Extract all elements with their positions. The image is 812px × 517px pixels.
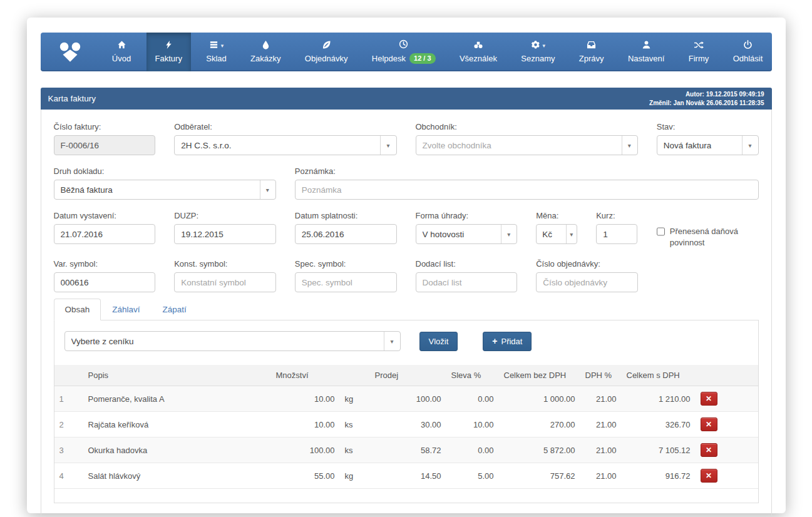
chevron-down-icon: ▾ (566, 225, 573, 243)
nav-label: Všeználek (460, 54, 497, 63)
field-label: Var. symbol: (54, 259, 156, 269)
delivery-note-input[interactable] (416, 272, 518, 292)
field-var-symbol: Var. symbol: (54, 259, 156, 292)
delete-row-button[interactable]: ✕ (701, 443, 717, 457)
field-label: DUZP: (174, 211, 276, 220)
power-icon (743, 40, 753, 51)
nav-label: Faktury (155, 54, 182, 63)
status-select[interactable]: Nová faktura ▾ (657, 135, 759, 155)
chevron-down-icon: ▾ (501, 225, 510, 243)
nav-label: Odhlásit (733, 54, 763, 63)
field-stav: Stav: Nová faktura ▾ (657, 122, 759, 155)
order-number-input[interactable] (536, 272, 638, 292)
exchange-rate-input[interactable] (596, 224, 637, 244)
field-label: Druh dokladu: (54, 166, 276, 176)
nav-item-zpravy[interactable]: Zprávy (570, 33, 613, 71)
delete-row-button[interactable]: ✕ (701, 392, 717, 406)
insert-button[interactable]: Vložit (419, 332, 458, 351)
shuffle-icon (694, 41, 704, 51)
nav-label: Nastavení (628, 54, 665, 63)
clock-icon (399, 39, 408, 51)
table-row: 3 Okurka hadovka 100.00 ks 58.72 0.00 5 … (54, 438, 758, 463)
col-mnozstvi: Množství (271, 365, 340, 386)
invoice-panel: Karta faktury Autor: 19.12.2015 09:49:19… (41, 88, 772, 517)
due-date-input[interactable] (295, 224, 397, 244)
reverse-charge-checkbox[interactable] (657, 227, 665, 236)
field-poznamka: Poznámka: (295, 166, 759, 200)
field-dodaci-list: Dodací list: (416, 259, 518, 292)
chevron-down-icon: ▾ (742, 136, 751, 155)
app-logo[interactable] (41, 33, 97, 71)
tab-panel-obsah: Vyberte z ceníku ▾ Vložit + Přidat (54, 320, 759, 503)
col-dph: DPH % (580, 365, 622, 386)
issue-date-input[interactable] (54, 224, 156, 244)
col-prodej: Prodej (370, 365, 446, 386)
binoculars-icon (473, 40, 483, 51)
add-button[interactable]: + Přidat (483, 332, 532, 351)
delete-row-button[interactable]: ✕ (701, 417, 717, 431)
nav-item-firmy[interactable]: Firmy (680, 33, 718, 71)
chevron-down-icon: ▾ (543, 43, 546, 49)
checkbox-label: Přenesená daňová povinnost (670, 226, 759, 248)
field-label: Stav: (657, 122, 759, 131)
nav-item-objednavky[interactable]: Objednávky (296, 33, 357, 71)
constant-symbol-input[interactable] (174, 272, 276, 292)
nav-item-seznamy[interactable]: ▾ Seznamy (512, 33, 563, 71)
nav-item-vseznalek[interactable]: Všeználek (451, 33, 506, 71)
variable-symbol-input[interactable] (54, 272, 156, 292)
field-label: Poznámka: (295, 166, 759, 176)
nav-item-odhlasit[interactable]: Odhlásit (724, 33, 772, 71)
field-label: Forma úhrady: (416, 211, 518, 220)
nav-item-helpdesk[interactable]: Helpdesk 12 / 3 (363, 33, 445, 71)
nav-label: Sklad (206, 54, 227, 63)
nav-item-nastaveni[interactable]: Nastavení (619, 33, 674, 71)
field-odberatel: Odběratel: 2H C.S. s.r.o. ▾ (174, 122, 396, 155)
note-input[interactable] (295, 180, 759, 200)
nav-label: Helpdesk (372, 54, 406, 63)
tab-obsah[interactable]: Obsah (54, 299, 101, 320)
document-type-select[interactable]: Běžná faktura ▾ (54, 180, 276, 200)
leaf-icon (322, 40, 331, 51)
salesperson-select[interactable]: Zvolte obchodníka ▾ (416, 135, 638, 155)
field-cislo-objednavky: Číslo objednávky: (536, 259, 638, 292)
field-label: Odběratel: (174, 122, 396, 131)
duzp-date-input[interactable] (174, 224, 276, 244)
panel-meta: Autor: 19.12.2015 09:49:19 Změnil: Jan N… (649, 90, 764, 107)
nav-item-sklad[interactable]: ▾ Sklad (197, 33, 235, 71)
payment-method-select[interactable]: V hotovosti ▾ (416, 224, 518, 244)
field-konst-symbol: Konst. symbol: (174, 259, 276, 292)
delete-row-button[interactable]: ✕ (701, 469, 717, 483)
content-tabs: Obsah Záhlaví Zápatí (54, 299, 759, 320)
warehouse-list-icon (209, 40, 218, 51)
price-list-select[interactable]: Vyberte z ceníku ▾ (64, 331, 401, 351)
field-label: Kurz: (596, 211, 637, 220)
field-druh-dokladu: Druh dokladu: Běžná faktura ▾ (54, 166, 276, 200)
field-kurz: Kurz: (596, 211, 637, 248)
field-label: Datum vystavení: (54, 211, 156, 220)
table-row: 4 Salát hlávkový 55.00 kg 14.50 5.00 757… (54, 463, 758, 489)
app-window: Úvod Faktury ▾ Sklad Zakázky Objednávky … (27, 18, 786, 513)
tab-zahlavi[interactable]: Záhlaví (101, 299, 151, 320)
field-mena-kurz: Měna: Kč ▾ Kurz: (536, 211, 638, 248)
col-popis: Popis (83, 365, 271, 386)
nav-label: Zprávy (579, 54, 604, 63)
col-sleva: Sleva % (446, 365, 499, 386)
nav-item-uvod[interactable]: Úvod (103, 33, 140, 71)
nav-item-zakazky[interactable]: Zakázky (242, 33, 289, 71)
tab-zapati[interactable]: Zápatí (152, 299, 198, 320)
field-label: Dodací list: (416, 259, 518, 269)
chevron-down-icon: ▾ (622, 136, 631, 155)
nav-item-faktury[interactable]: Faktury (146, 33, 191, 71)
table-row: 1 Pomeranče, kvalita A 10.00 kg 100.00 0… (54, 386, 758, 412)
field-label: Konst. symbol: (174, 259, 276, 269)
customer-select[interactable]: 2H C.S. s.r.o. ▾ (174, 135, 396, 155)
table-header-row: Popis Množství Prodej Sleva % Celkem bez… (54, 365, 758, 386)
field-label: Číslo objednávky: (536, 259, 638, 269)
chevron-down-icon: ▾ (221, 43, 224, 49)
currency-select[interactable]: Kč ▾ (536, 224, 577, 244)
nav-label: Firmy (689, 54, 709, 63)
field-cislo-faktury: Číslo faktury: (54, 122, 156, 155)
specific-symbol-input[interactable] (295, 272, 397, 292)
field-prenesena-danova: Přenesená daňová povinnost (657, 211, 759, 248)
field-label: Datum splatnosti: (295, 211, 397, 220)
